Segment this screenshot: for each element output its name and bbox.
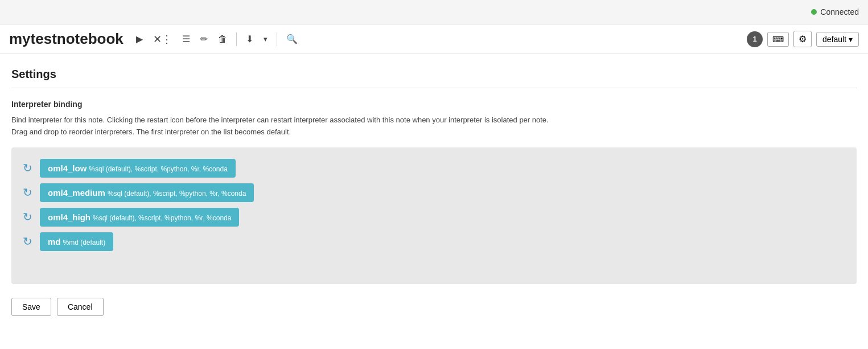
toolbar-icons: ▶ ✕⋮ ☰ ✏ 🗑 ⬇ ▾ 🔍 (133, 31, 747, 48)
toolbar-divider2 (277, 32, 277, 46)
interpreter-tag[interactable]: oml4_low%sql (default), %script, %python… (40, 159, 236, 178)
cancel-button[interactable]: Cancel (57, 298, 104, 316)
table-of-contents-button[interactable]: ☰ (179, 31, 194, 47)
interpreter-row: ↻md%md (default) (20, 232, 848, 251)
connected-label: Connected (820, 7, 859, 17)
interpreter-detail: %sql (default), %script, %python, %r, %c… (93, 214, 231, 222)
interpreter-row: ↻oml4_medium%sql (default), %script, %py… (20, 183, 848, 202)
connected-dot-icon (811, 9, 817, 15)
keyboard-button[interactable]: ⌨ (767, 32, 789, 47)
restart-interpreter-button[interactable]: ↻ (20, 235, 34, 248)
download-button[interactable]: ⬇ (242, 31, 257, 47)
edit-button[interactable]: ✏ (197, 31, 211, 47)
toolbar: mytestnotebook ▶ ✕⋮ ☰ ✏ 🗑 ⬇ ▾ 🔍 1 ⌨ ⚙ de… (0, 24, 868, 54)
interpreter-name: oml4_high (48, 212, 90, 222)
interpreter-detail: %md (default) (63, 239, 106, 247)
interpreter-desc-line2: Drag and drop to reorder interpreters. T… (11, 128, 291, 136)
interpreter-description: Bind interpreter for this note. Clicking… (11, 114, 857, 138)
interpreter-binding-label: Interpreter binding (11, 100, 857, 109)
interpreter-section: Interpreter binding Bind interpreter for… (11, 100, 857, 284)
interpreter-row: ↻oml4_low%sql (default), %script, %pytho… (20, 159, 848, 178)
status-bar: Connected (0, 0, 868, 24)
interpreter-name: oml4_low (48, 163, 87, 173)
save-button[interactable]: Save (11, 298, 51, 316)
main-content: Settings Interpreter binding Bind interp… (0, 54, 868, 327)
notebook-title: mytestnotebook (9, 30, 124, 48)
kernel-badge: 1 (747, 31, 763, 47)
interpreter-name: oml4_medium (48, 188, 105, 198)
gear-button[interactable]: ⚙ (793, 31, 812, 47)
interpreter-row: ↻oml4_high%sql (default), %script, %pyth… (20, 208, 848, 227)
interpreter-detail: %sql (default), %script, %python, %r, %c… (89, 165, 227, 173)
interpreter-tag[interactable]: oml4_medium%sql (default), %script, %pyt… (40, 183, 254, 202)
toolbar-divider (236, 32, 237, 46)
settings-title: Settings (11, 68, 857, 88)
action-buttons: Save Cancel (11, 298, 857, 316)
interpreter-name: md (48, 237, 61, 247)
run-all-button[interactable]: ▶ (133, 31, 146, 47)
interpreter-desc-line1: Bind interpreter for this note. Clicking… (11, 116, 549, 124)
interpreter-tag[interactable]: oml4_high%sql (default), %script, %pytho… (40, 208, 239, 227)
toolbar-right: 1 ⌨ ⚙ default ▾ (747, 31, 859, 47)
delete-button[interactable]: 🗑 (215, 32, 231, 47)
download-arrow-button[interactable]: ▾ (260, 32, 271, 46)
clear-output-button[interactable]: ✕⋮ (150, 31, 175, 48)
interpreter-tag[interactable]: md%md (default) (40, 232, 113, 251)
restart-interpreter-button[interactable]: ↻ (20, 186, 34, 199)
restart-interpreter-button[interactable]: ↻ (20, 210, 34, 224)
default-dropdown[interactable]: default ▾ (816, 32, 859, 47)
interpreter-detail: %sql (default), %script, %python, %r, %c… (108, 190, 246, 198)
interpreters-list: ↻oml4_low%sql (default), %script, %pytho… (11, 147, 857, 284)
search-button[interactable]: 🔍 (283, 31, 301, 47)
restart-interpreter-button[interactable]: ↻ (20, 161, 34, 175)
